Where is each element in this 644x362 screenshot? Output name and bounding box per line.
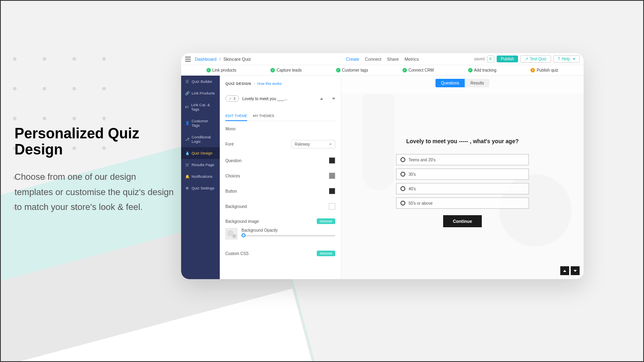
preview-canvas: Lovely to meet you ----- , what's your a… [341, 94, 584, 279]
button-color-label: Button [225, 189, 237, 193]
test-quiz-button[interactable]: ↗ Test Quiz [520, 55, 551, 63]
button-color-swatch[interactable] [329, 188, 335, 194]
branch-icon: ⎇ [185, 137, 189, 141]
step-connect-crm[interactable]: ✓ Connect CRM [402, 68, 434, 72]
preview-options: Teens and 20's 30's 40's 50's or above [396, 154, 529, 227]
remove-custom-css-button[interactable]: remove [317, 251, 335, 256]
question-selector[interactable]: ✓ 3 Lovely to meet you ___... [225, 95, 335, 102]
prev-question-icon[interactable] [320, 98, 323, 100]
hamburger-icon[interactable] [185, 57, 191, 62]
tab-share[interactable]: Share [387, 57, 399, 62]
step-customer-tags[interactable]: ✓ Customer tags [336, 68, 368, 72]
arrow-down-icon [574, 270, 577, 272]
drop-icon: 💧 [185, 151, 189, 155]
step-label: Customer tags [342, 68, 368, 72]
sidebar-item-label: Conditional Logic [192, 135, 216, 144]
tab-create[interactable]: Create [346, 57, 359, 62]
sidebar-item-label: Notifications [192, 174, 213, 179]
step-capture-leads[interactable]: ✓ Capture leads [270, 68, 301, 72]
option-label: 30's [409, 172, 416, 177]
sidebar-item-results-page[interactable]: 🛒 Results Page [181, 159, 220, 171]
question-summary: Lovely to meet you ___... [242, 97, 287, 101]
top-tabs: Create Connect Share Metrics [346, 57, 419, 62]
sidebar-item-label: Quiz Builder [192, 79, 213, 84]
tag-icon: 🏷 [185, 105, 189, 109]
list-icon: ☰ [185, 80, 189, 84]
sidebar-item-notifications[interactable]: 🔔 Notifications [181, 171, 220, 182]
preview-option[interactable]: 30's [396, 169, 529, 180]
tab-my-themes[interactable]: MY THEMES [253, 114, 274, 121]
choices-color-label: Choices [225, 174, 240, 178]
check-icon: ✓ [229, 97, 232, 101]
bg-image-thumbnail[interactable] [225, 228, 237, 239]
sidebar-item-quiz-builder[interactable]: ☰ Quiz Builder [181, 76, 220, 87]
preview-option[interactable]: 50's or above [396, 197, 529, 209]
bg-opacity-label: Background Opacity [242, 228, 335, 232]
sidebar-item-link-cat-tags[interactable]: 🏷 Link Cat. & Tags [181, 99, 220, 115]
nav-down-button[interactable] [571, 266, 580, 275]
check-icon: ✓ [206, 68, 211, 72]
sidebar: ☰ Quiz Builder 🔗 Link Products 🏷 Link Ca… [181, 76, 220, 279]
next-question-icon[interactable] [332, 98, 335, 100]
remove-bg-image-button[interactable]: remove [317, 218, 335, 224]
step-label: Publish quiz [537, 68, 558, 72]
tab-metrics[interactable]: Metrics [405, 57, 419, 62]
step-label: Add tracking [474, 68, 497, 72]
preview-option[interactable]: Teens and 20's [396, 154, 529, 165]
step-link-products[interactable]: ✓ Link products [206, 68, 236, 72]
step-add-tracking[interactable]: ✓ Add tracking [468, 68, 497, 72]
quiz-preview: Questions Results Lovely to meet you ---… [341, 76, 584, 279]
user-icon: 👤 [185, 121, 189, 125]
sidebar-item-conditional-logic[interactable]: ⎇ Conditional Logic [181, 131, 220, 147]
option-label: 50's or above [409, 201, 433, 206]
nav-up-button[interactable] [560, 266, 569, 275]
radio-icon [400, 201, 405, 206]
font-label: Font [225, 142, 233, 146]
slider-handle[interactable] [242, 233, 246, 237]
sidebar-item-customer-tags[interactable]: 👤 Customer Tags [181, 115, 220, 131]
bg-opacity-slider[interactable] [242, 235, 335, 237]
theme-tabs: EDIT THEME MY THEMES [225, 114, 335, 121]
radio-icon [400, 172, 405, 177]
sidebar-item-label: Quiz Settings [192, 186, 215, 190]
save-icon[interactable]: ⎘ [487, 56, 494, 63]
breadcrumb-current: Skincare Quiz [223, 57, 251, 62]
sidebar-item-link-products[interactable]: 🔗 Link Products [181, 87, 220, 99]
arrow-up-icon [563, 270, 566, 272]
publish-button[interactable]: Publish [497, 56, 518, 62]
breadcrumb-root[interactable]: Dashboard [195, 57, 217, 62]
sidebar-item-quiz-settings[interactable]: ⚙ Quiz Settings [181, 182, 220, 194]
background-color-swatch[interactable] [329, 203, 335, 210]
tab-results[interactable]: Results [465, 79, 489, 87]
option-label: 40's [409, 187, 416, 191]
step-label: Connect CRM [409, 68, 434, 72]
test-quiz-label: Test Quiz [530, 57, 547, 61]
font-value: Raleway [295, 142, 310, 146]
preview-option[interactable]: 40's [396, 183, 529, 194]
warn-icon: ! [530, 68, 535, 72]
help-button[interactable]: ? Help [553, 55, 580, 63]
choices-color-swatch[interactable] [329, 173, 335, 179]
sidebar-item-quiz-design[interactable]: 💧 Quiz Design [181, 147, 220, 159]
step-publish-quiz[interactable]: ! Publish quiz [530, 68, 558, 72]
link-icon: 🔗 [185, 91, 189, 95]
background-color-label: Background [225, 204, 247, 209]
sidebar-item-label: Link Cat. & Tags [191, 103, 216, 111]
progress-steps: ✓ Link products ✓ Capture leads ✓ Custom… [181, 65, 584, 76]
tab-edit-theme[interactable]: EDIT THEME [225, 114, 247, 121]
continue-button[interactable]: Continue [443, 215, 482, 227]
question-number: 3 [233, 97, 235, 101]
preview-question-text: Lovely to meet you ----- , what's your a… [341, 138, 584, 144]
preview-nav [560, 266, 580, 275]
font-select[interactable]: Raleway [291, 140, 335, 148]
question-color-swatch[interactable] [329, 157, 335, 164]
chevron-down-icon [329, 144, 332, 145]
sidebar-item-label: Customer Tags [192, 119, 216, 128]
how-this-works-link[interactable]: How this works [257, 82, 282, 86]
saved-label: saved [474, 57, 485, 61]
tab-questions[interactable]: Questions [436, 79, 465, 87]
check-icon: ✓ [336, 68, 341, 72]
tab-connect[interactable]: Connect [365, 57, 382, 62]
bell-icon: 🔔 [185, 175, 189, 179]
question-pill: ✓ 3 [225, 95, 239, 102]
